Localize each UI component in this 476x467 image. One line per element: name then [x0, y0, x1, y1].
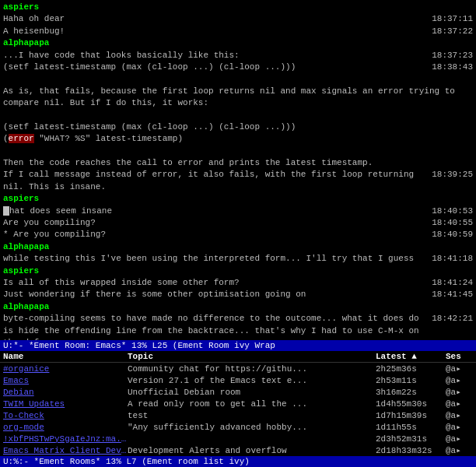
timestamp: 18:41:18	[432, 253, 473, 265]
chat-message: Is all of this wrapped inside some other…	[3, 277, 473, 289]
room-topic: test	[128, 411, 376, 420]
room-topic: Community chat for https://githu...	[128, 364, 376, 374]
timestamp: 18:39:25	[432, 169, 473, 181]
room-latest: 1d11h55s	[376, 423, 446, 432]
room-latest: 2d18h33m32s	[376, 446, 446, 455]
chat-message: * Are you compiling? 18:40:59	[3, 229, 473, 241]
message-text: Then the code reaches the call to error …	[3, 157, 473, 169]
timestamp: 18:41:45	[432, 289, 473, 300]
room-name[interactable]: org-mode	[3, 423, 128, 432]
chat-message: aspiers	[3, 2, 473, 13]
room-list-header: Name Topic Latest ▲ Ses	[0, 351, 476, 363]
room-name[interactable]: !xbfPHSTwPySgaIeJnz:ma...	[3, 434, 128, 444]
chat-message: As is, that fails, because the first loo…	[3, 86, 473, 110]
room-name[interactable]: Debian	[3, 388, 128, 397]
room-list-item[interactable]: org-mode"Any sufficiently advanced hobby…	[0, 421, 476, 433]
timestamp: 18:38:43	[432, 61, 473, 73]
timestamp: 18:41:24	[432, 277, 473, 289]
room-ses: @a▸	[446, 434, 473, 444]
chat-message: Just wondering if there is some other op…	[3, 289, 473, 300]
message-text: A heisenbug!	[3, 26, 425, 37]
room-topic: A read only room to get all the ...	[128, 399, 376, 409]
code-text: (error "WHAT? %S" latest-timestamp)	[3, 133, 473, 145]
chat-status-text: U:*- *Ement Room: Emacs* 13% L25 (Ement …	[3, 341, 275, 350]
message-text: ...I have code that looks basically like…	[3, 50, 425, 61]
timestamp: 18:40:53	[432, 205, 473, 217]
chat-message: alphapapa	[3, 241, 473, 253]
username: aspiers	[3, 266, 39, 276]
room-list-status-text: U:%:- *Ement Rooms* 13% L7 (Ement room l…	[3, 457, 250, 466]
room-ses: @a▸	[446, 399, 473, 409]
code-text: (setf latest-timestamp (max (cl-loop ...…	[3, 121, 473, 133]
room-ses: @a▸	[446, 410, 473, 420]
room-list-item[interactable]: EmacsVersion 27.1 of the Emacs text e...…	[0, 374, 476, 386]
chat-message: aspiers	[3, 265, 473, 277]
message-text: byte-compiling seems to have made no dif…	[3, 313, 425, 340]
message-text: Just wondering if there is some other op…	[3, 289, 425, 300]
room-list-item[interactable]: TWIM UpdatesA read only room to get all …	[0, 398, 476, 409]
spacer	[3, 73, 473, 85]
room-name[interactable]: TWIM Updates	[3, 399, 128, 409]
room-topic: Version 27.1 of the Emacs text e...	[128, 376, 376, 385]
spacer	[3, 146, 473, 157]
chat-message: alphapapa	[3, 301, 473, 313]
chat-message: (setf latest-timestamp (max (cl-loop ...…	[3, 61, 473, 73]
message-text: * Are you compiling?	[3, 229, 425, 241]
message-text: As is, that fails, because the first loo…	[3, 86, 473, 110]
header-latest: Latest ▲	[376, 352, 446, 361]
timestamp: 18:37:22	[432, 26, 473, 37]
room-latest: 3h16m22s	[376, 388, 446, 397]
room-list-item[interactable]: #organiceCommunity chat for https://gith…	[0, 363, 476, 374]
username: alphapapa	[3, 38, 49, 47]
header-name: Name	[3, 352, 128, 361]
code-block-line: (setf latest-timestamp (max (cl-loop ...…	[3, 121, 473, 133]
chat-message: A heisenbug! 18:37:22	[3, 26, 473, 37]
text-cursor	[3, 206, 9, 216]
room-latest: 1d4h55m30s	[376, 399, 446, 409]
room-list-item[interactable]: To-Checktest1d7h15m39s@a▸	[0, 409, 476, 421]
chat-message: ...I have code that looks basically like…	[3, 50, 473, 61]
timestamp: 18:37:23	[432, 50, 473, 61]
room-name[interactable]: Emacs Matrix Client Dev...	[3, 446, 128, 455]
room-list-status-bar: U:%:- *Ement Rooms* 13% L7 (Ement room l…	[0, 456, 476, 467]
code-block-line: (error "WHAT? %S" latest-timestamp)	[3, 133, 473, 145]
spacer	[3, 110, 473, 121]
room-latest: 2d3h52m31s	[376, 434, 446, 444]
room-ses: @a▸	[446, 422, 473, 432]
chat-status-bar: U:*- *Ement Room: Emacs* 13% L25 (Ement …	[0, 340, 476, 351]
chat-area: aspiers Haha oh dear 18:37:11 A heisenbu…	[0, 0, 476, 340]
room-name[interactable]: To-Check	[3, 411, 128, 420]
room-ses: @a▸	[446, 363, 473, 374]
timestamp: 18:40:59	[432, 229, 473, 241]
chat-message: alphapapa	[3, 37, 473, 49]
room-ses: @a▸	[446, 387, 473, 397]
room-ses: @a▸	[446, 375, 473, 385]
message-text: while testing this I've been using the i…	[3, 253, 425, 265]
room-topic: Unofficial Debian room	[128, 388, 376, 397]
chat-message: aspiers	[3, 193, 473, 205]
room-list-item[interactable]: Emacs Matrix Client Dev...Development Al…	[0, 444, 476, 456]
room-list-area: Name Topic Latest ▲ Ses #organiceCommuni…	[0, 351, 476, 456]
room-latest: 1d7h15m39s	[376, 411, 446, 420]
room-list-item[interactable]: DebianUnofficial Debian room3h16m22s@a▸	[0, 386, 476, 398]
message-text: Haha oh dear	[3, 13, 425, 25]
chat-message: hat does seem insane 18:40:53	[3, 205, 473, 217]
error-highlight: error	[9, 134, 34, 143]
timestamp: 18:37:11	[432, 13, 473, 25]
chat-message: Are you compiling? 18:40:55	[3, 217, 473, 229]
room-name[interactable]: Emacs	[3, 376, 128, 385]
username: alphapapa	[3, 302, 49, 311]
header-ses: Ses	[446, 352, 473, 361]
chat-message: Then the code reaches the call to error …	[3, 157, 473, 169]
message-text: Is all of this wrapped inside some other…	[3, 277, 425, 289]
message-text: (setf latest-timestamp (max (cl-loop ...…	[3, 61, 425, 73]
username: aspiers	[3, 2, 39, 12]
timestamp: 18:42:21	[432, 313, 473, 325]
room-list-item[interactable]: !xbfPHSTwPySgaIeJnz:ma...2d3h52m31s@a▸	[0, 433, 476, 444]
room-rows[interactable]: #organiceCommunity chat for https://gith…	[0, 363, 476, 456]
room-latest: 2h53m11s	[376, 376, 446, 385]
username: alphapapa	[3, 242, 49, 251]
chat-message: while testing this I've been using the i…	[3, 253, 473, 265]
chat-message: Haha oh dear 18:37:11	[3, 13, 473, 25]
room-name[interactable]: #organice	[3, 364, 128, 374]
